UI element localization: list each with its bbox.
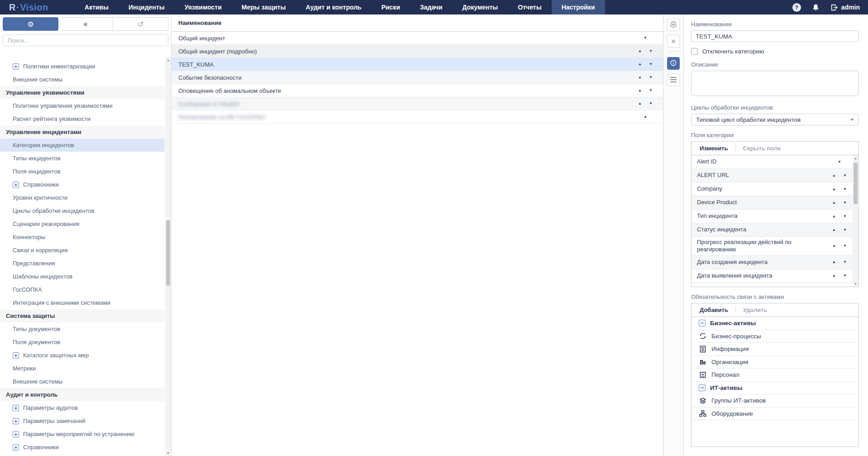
tree-item[interactable]: + Справочники (0, 441, 165, 454)
tree-item[interactable]: Типы документов (0, 322, 165, 336)
scrollbar-thumb[interactable] (166, 220, 170, 286)
expand-plus-icon[interactable]: + (13, 63, 19, 70)
move-down-icon[interactable]: ▼ (649, 89, 653, 92)
tree-item[interactable]: Поля инцидентов (0, 165, 165, 178)
tree-item[interactable]: ГосСОПКА (0, 283, 165, 296)
logout-button[interactable]: admin (830, 4, 860, 11)
field-row[interactable]: Дата выявления инцидента ▲ ▼ (692, 269, 853, 283)
field-row[interactable]: Device Product ▲ ▼ (692, 196, 853, 210)
move-down-icon[interactable]: ▼ (843, 228, 847, 232)
scroll-up-icon[interactable]: ▲ (853, 155, 858, 161)
tree-item[interactable]: + Параметры аудитов (0, 401, 165, 414)
collapse-minus-icon[interactable]: − (699, 320, 706, 326)
move-down-icon[interactable]: ▼ (649, 76, 653, 79)
remove-asset-button[interactable]: Удалить (743, 307, 767, 313)
help-icon[interactable]: ? (792, 3, 801, 12)
expand-plus-icon[interactable]: + (13, 182, 19, 188)
move-up-icon[interactable]: ▲ (638, 62, 642, 66)
scroll-up-icon[interactable]: ▲ (165, 57, 171, 63)
category-row[interactable]: Оповещение об аномальном объекте ▲ ▼ (172, 84, 663, 97)
nav-protection-measures[interactable]: Меры защиты (232, 0, 296, 14)
asset-row[interactable]: Организация (692, 356, 858, 369)
description-textarea[interactable] (691, 71, 859, 96)
move-up-icon[interactable]: ▲ (832, 174, 836, 178)
nav-tasks[interactable]: Задачи (410, 0, 453, 14)
tree-item[interactable]: Политики управления уязвимостями (0, 99, 165, 112)
cycles-select[interactable]: Типовой цикл обработки инцидентов (691, 114, 859, 125)
nav-assets[interactable]: Активы (75, 0, 119, 14)
category-row[interactable]: TEST_KUMA ▲ ▼ (172, 58, 663, 71)
tab-favorites[interactable]: ★ (58, 17, 114, 31)
asset-row[interactable]: Группы ИТ-активов (692, 394, 858, 408)
tree-item[interactable]: Управление уязвимостями (0, 86, 165, 99)
asset-row[interactable]: Персонал (692, 369, 858, 382)
tree-item[interactable]: Аудит и контроль (0, 388, 165, 401)
nav-vulnerabilities[interactable]: Уязвимости (175, 0, 232, 14)
tree-item[interactable]: + Политики инвентаризации (0, 60, 165, 73)
hide-field-button[interactable]: Скрыть поле (743, 145, 781, 152)
add-asset-button[interactable]: Добавить (700, 307, 728, 313)
move-up-icon[interactable]: ▲ (832, 215, 836, 218)
move-down-icon[interactable]: ▼ (843, 260, 847, 264)
move-down-icon[interactable]: ▼ (843, 274, 847, 278)
tab-history[interactable]: ↺ (113, 17, 168, 31)
scrollbar-thumb[interactable] (854, 163, 858, 204)
tree-item[interactable]: Система защиты (0, 309, 165, 322)
tree-item[interactable]: Циклы обработки инцидентов (0, 204, 165, 217)
nav-audit-control[interactable]: Аудит и контроль (296, 0, 371, 14)
move-down-icon[interactable]: ▼ (843, 215, 847, 218)
tree-item[interactable]: Представления (0, 257, 165, 270)
tree-item[interactable]: Уровни критичности (0, 191, 165, 204)
add-category-button[interactable] (667, 19, 680, 31)
tree-item[interactable]: Коннекторы (0, 230, 165, 244)
expand-plus-icon[interactable]: + (13, 418, 19, 424)
asset-row[interactable]: − ИТ-активы (692, 382, 858, 395)
move-up-icon[interactable]: ▲ (832, 228, 836, 232)
tree-item[interactable]: Связи и корреляция (0, 244, 165, 257)
move-down-icon[interactable]: ▼ (649, 62, 653, 66)
nav-settings[interactable]: Настройки (552, 0, 605, 14)
tree-item[interactable]: Внешние системы (0, 73, 165, 86)
category-row[interactable]: Сообщение от НКЦКИ ▲ ▼ (172, 97, 663, 110)
asset-row[interactable]: Бизнес-процессы (692, 330, 858, 343)
field-row[interactable]: Прогресс реализации действий по реагиров… (692, 237, 853, 256)
move-up-icon[interactable]: ▲ (832, 274, 836, 278)
notifications-bell-icon[interactable] (812, 4, 820, 11)
move-down-icon[interactable]: ▼ (644, 36, 647, 40)
move-up-icon[interactable]: ▲ (832, 187, 836, 191)
move-down-icon[interactable]: ▼ (843, 174, 847, 178)
expand-plus-icon[interactable]: + (13, 431, 19, 437)
scroll-down-icon[interactable]: ▼ (853, 281, 858, 287)
move-up-icon[interactable]: ▲ (644, 115, 647, 119)
asset-row[interactable]: Оборудование (692, 408, 858, 421)
tree-item[interactable]: Сценарии реагирования (0, 217, 165, 230)
category-row[interactable]: Общий инцидент ▼ (172, 32, 663, 45)
field-row[interactable]: Статус инцидента ▲ ▼ (692, 223, 853, 237)
menu-button[interactable] (667, 73, 680, 86)
move-up-icon[interactable]: ▲ (638, 76, 642, 79)
expand-plus-icon[interactable]: + (13, 352, 19, 359)
move-up-icon[interactable]: ▲ (638, 102, 642, 106)
nav-documents[interactable]: Документы (453, 0, 508, 14)
field-row[interactable]: Тип инцидента ▲ ▼ (692, 210, 853, 223)
move-up-icon[interactable]: ▲ (638, 49, 642, 53)
tree-item[interactable]: + Параметры мероприятий по устранению (0, 427, 165, 441)
tree-item[interactable]: Требования (0, 454, 165, 456)
tree-item[interactable]: Расчет рейтинга уязвимости (0, 112, 165, 125)
collapse-minus-icon[interactable]: − (699, 384, 706, 391)
tree-item[interactable]: + Каталоги защитных мер (0, 349, 165, 362)
tree-item[interactable]: Управление инцидентами (0, 125, 165, 139)
category-row[interactable]: Общий инцидент (подробно) ▲ ▼ (172, 45, 663, 58)
field-row[interactable]: Company ▲ ▼ (692, 182, 853, 196)
asset-row[interactable]: Информация (692, 343, 858, 356)
tree-item[interactable]: Поля документов (0, 336, 165, 349)
tree-item[interactable]: + Параметры замечаний (0, 414, 165, 427)
info-button[interactable] (667, 57, 680, 70)
sidebar-scrollbar[interactable]: ▲ ▼ (165, 57, 171, 456)
move-down-icon[interactable]: ▼ (649, 49, 653, 53)
edit-field-button[interactable]: Изменить (700, 145, 728, 152)
category-name-input[interactable] (691, 30, 859, 42)
move-down-icon[interactable]: ▼ (649, 102, 653, 106)
tree-item[interactable]: Интеграция с внешними системами (0, 296, 165, 309)
field-row[interactable]: Дата создания инцидента ▲ ▼ (692, 256, 853, 269)
